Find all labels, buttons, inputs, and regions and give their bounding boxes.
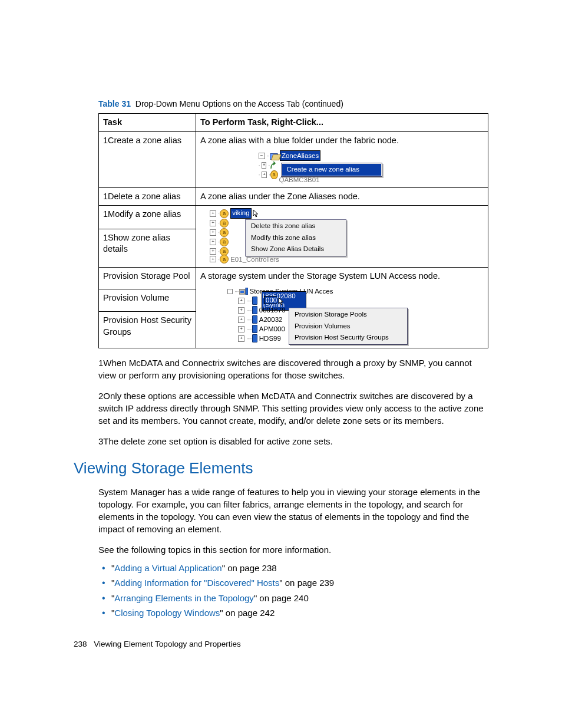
menu-item-provision-pools[interactable]: Provision Storage Pools	[290, 309, 406, 321]
plus-icon[interactable]: +	[238, 307, 244, 314]
topic-links: "Adding a Virtual Application" on page 2…	[98, 561, 488, 621]
zone-icon: a	[220, 228, 229, 237]
array-icon	[252, 306, 257, 314]
svg-rect-2	[246, 288, 248, 295]
footnote-3: 3The delete zone set option is disabled …	[98, 435, 488, 447]
table-label: Table 31	[98, 99, 131, 108]
link-arranging-elements[interactable]: Arranging Elements in the Topology	[114, 593, 254, 603]
list-item: "Adding a Virtual Application" on page 2…	[111, 561, 488, 576]
curve-icon	[270, 162, 278, 169]
link-suffix: " on page 240	[254, 593, 309, 603]
menu-item-provision-volumes[interactable]: Provision Volumes	[290, 321, 406, 332]
desc-text: A zone alias with a blue folder under th…	[200, 136, 399, 145]
table-row: 1Create a zone alias A zone alias with a…	[99, 131, 488, 187]
zone-icon: a	[270, 170, 277, 179]
body-paragraph: See the following topics in this section…	[98, 543, 488, 556]
screenshot-storage-menu: · ··· Storage System LUN Acces +	[225, 286, 437, 345]
list-item: "Arranging Elements in the Topology" on …	[111, 591, 488, 606]
plus-icon[interactable]: +	[210, 248, 216, 255]
desc-cell: + · a viking	[196, 206, 488, 268]
array-icon	[252, 325, 257, 333]
tree-node-clipped: QABMC3B01	[279, 175, 320, 185]
context-menu: Delete this zone alias Modify this zone …	[245, 219, 346, 256]
table-header-perform: To Perform Task, Right-Click...	[196, 114, 488, 132]
tree-node[interactable]: A20032	[259, 315, 283, 324]
tree-node[interactable]: HDS99	[259, 334, 281, 343]
link-suffix: " on page 239	[279, 578, 334, 588]
table-caption-text: Drop-Down Menu Options on the Access Tab…	[135, 99, 343, 108]
menu-item-delete-alias[interactable]: Delete this zone alias	[246, 220, 345, 232]
table-header-task: Task	[99, 114, 196, 132]
desc-cell: A zone alias under the Zone Aliases node…	[196, 187, 488, 206]
plus-icon[interactable]: +	[262, 162, 267, 169]
menu-item-modify-alias[interactable]: Modify this zone alias	[246, 232, 345, 244]
footnote-2: 2Only these options are accessible when …	[98, 390, 488, 427]
screenshot-zone-alias-menu: + · a viking	[205, 209, 352, 264]
tree-node-clipped: E01_Controllers	[230, 255, 279, 264]
tree-node[interactable]: APM000	[259, 324, 285, 334]
zone-icon: a	[220, 238, 229, 246]
table-row: 1Modify a zone alias + · a viking	[99, 206, 488, 229]
plus-icon[interactable]: +	[238, 317, 244, 323]
page-number: 238	[74, 640, 87, 648]
desc-cell: A zone alias with a blue folder under th…	[196, 131, 488, 187]
plus-icon[interactable]: +	[210, 220, 216, 226]
menu-item-provision-host-groups[interactable]: Provision Host Security Groups	[290, 332, 406, 344]
link-suffix: " on page 242	[220, 608, 275, 618]
task-cell: 1Delete a zone alias	[99, 187, 196, 206]
task-cell: 1Modify a zone alias	[99, 206, 196, 229]
array-icon	[252, 334, 257, 342]
plus-icon[interactable]: +	[210, 210, 216, 217]
list-item: "Adding Information for "Discovered" Hos…	[111, 575, 488, 591]
cursor-icon	[253, 209, 259, 218]
tree-node-viking[interactable]: viking	[230, 208, 251, 219]
list-item: "Closing Topology Windows" on page 242	[111, 605, 488, 621]
plus-icon[interactable]: +	[238, 335, 244, 342]
task-cell: 1Create a zone alias	[99, 131, 196, 187]
array-icon	[252, 315, 257, 324]
plus-icon[interactable]: +	[238, 298, 244, 304]
svg-rect-1	[240, 291, 244, 293]
zone-icon: a	[220, 219, 229, 228]
footnote-1: 1When McDATA and Connectrix switches are…	[98, 357, 488, 381]
zone-icon: a	[220, 255, 229, 263]
options-table: Task To Perform Task, Right-Click... 1Cr…	[98, 113, 488, 348]
cursor-icon	[278, 297, 284, 305]
tree-node-zonealiases[interactable]: ZoneAliases	[280, 150, 320, 161]
context-menu: Provision Storage Pools Provision Volume…	[289, 308, 408, 345]
zone-icon: a	[220, 209, 229, 218]
table-row: 1Delete a zone alias A zone alias under …	[99, 187, 488, 206]
desc-cell: A storage system under the Storage Syste…	[196, 267, 488, 348]
plus-icon[interactable]: +	[262, 172, 267, 178]
link-adding-discovered-hosts[interactable]: Adding Information for "Discovered" Host…	[114, 578, 279, 588]
link-closing-windows[interactable]: Closing Topology Windows	[114, 608, 220, 618]
system-icon	[239, 288, 248, 295]
minus-icon[interactable]: −	[259, 153, 265, 159]
tree-node[interactable]: 0001879	[259, 305, 286, 315]
menu-item-show-details[interactable]: Show Zone Alias Details	[246, 243, 345, 255]
task-cell: Provision Storage Pool	[99, 267, 196, 289]
table-row: Provision Storage Pool A storage system …	[99, 267, 488, 289]
task-cell: 1Show zone alias details	[99, 229, 196, 267]
menu-item-create-alias[interactable]: Create a new zone alias	[282, 164, 381, 176]
folder-icon	[270, 153, 278, 159]
plus-icon[interactable]: +	[210, 229, 216, 236]
body-paragraph: System Manager has a wide range of featu…	[98, 486, 488, 535]
screenshot-create-alias: − ·· ZoneAliases · + ·	[259, 151, 426, 185]
sel-left-part: 000	[264, 296, 277, 304]
section-heading: Viewing Storage Elements	[74, 459, 488, 477]
plus-icon[interactable]: +	[210, 256, 216, 262]
footer-title: Viewing Element Topology and Properties	[94, 640, 240, 648]
task-cell: Provision Volume	[99, 289, 196, 312]
task-cell: Provision Host Security Groups	[99, 312, 196, 348]
table-caption: Table 31 Drop-Down Menu Options on the A…	[98, 99, 488, 108]
desc-text: A storage system under the Storage Syste…	[200, 271, 440, 281]
plus-icon[interactable]: +	[238, 326, 244, 332]
page-footer: 238 Viewing Element Topology and Propert…	[74, 640, 241, 648]
minus-icon[interactable]: ·	[227, 289, 233, 294]
link-adding-virtual-app[interactable]: Adding a Virtual Application	[114, 563, 222, 573]
array-icon	[252, 297, 257, 305]
link-suffix: " on page 238	[222, 563, 277, 573]
plus-icon[interactable]: +	[210, 239, 216, 245]
